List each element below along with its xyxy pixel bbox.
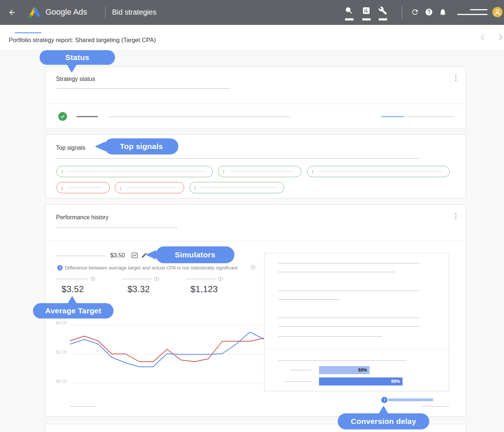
target-cpa-value: $3.50	[110, 252, 125, 259]
card-menu-kebab-icon[interactable]	[454, 212, 458, 220]
callout-average-target: Average Target	[33, 303, 114, 319]
metric-average-target: $3.52	[62, 284, 84, 294]
callout-conversion-delay: Conversion delay	[338, 413, 429, 429]
redacted-text-line	[278, 272, 396, 272]
redacted-status-text	[77, 116, 98, 117]
up-arrow-icon: ↑	[61, 169, 64, 174]
performance-line-chart	[70, 323, 264, 392]
card-section-divider	[46, 241, 466, 241]
redacted-text-line	[56, 227, 177, 228]
conversion-delay-slider-thumb[interactable]	[381, 397, 388, 403]
help-icon[interactable]	[425, 8, 433, 18]
google-ads-report-page: Google Ads Bid strategies	[0, 0, 504, 432]
redacted-text-line	[68, 187, 103, 188]
tools-button[interactable]	[378, 6, 387, 21]
strategy-status-card: Strategy status	[45, 67, 466, 129]
callout-pointer	[67, 64, 77, 73]
y-axis-tick-label: $4.00	[56, 320, 67, 325]
down-arrow-icon: ↓	[61, 185, 64, 190]
card-section-divider	[46, 104, 466, 104]
callout-simulators: Simulators	[156, 246, 234, 263]
signal-pill: ↑	[56, 166, 213, 177]
redacted-text-line	[278, 299, 340, 300]
signal-pill: ↓	[115, 182, 184, 193]
redacted-text-line	[318, 171, 442, 172]
redacted-text-line	[278, 263, 420, 264]
callout-status: Status	[40, 50, 115, 65]
card-menu-kebab-icon[interactable]	[454, 74, 458, 82]
callout-conversion-delay-label: Conversion delay	[351, 417, 416, 426]
google-ads-logo	[28, 6, 41, 20]
search-button[interactable]	[345, 6, 353, 21]
refresh-icon[interactable]	[411, 8, 419, 18]
strategy-status-title: Strategy status	[56, 76, 95, 82]
product-name: Google Ads	[45, 7, 87, 17]
account-avatar[interactable]	[492, 7, 503, 17]
up-arrow-icon: ↑	[311, 169, 314, 174]
redacted-axis-label	[70, 406, 97, 407]
redacted-text-line	[278, 360, 407, 361]
signal-pill: ↑	[307, 166, 450, 177]
panel-section-divider	[264, 349, 449, 349]
redacted-axis-label	[422, 406, 449, 407]
signal-pill: ↑	[218, 166, 301, 177]
conversion-delay-slider-track[interactable]	[388, 398, 433, 401]
significance-message: Difference between average target and ac…	[65, 265, 238, 271]
redacted-label-line	[379, 18, 387, 21]
reports-button[interactable]	[362, 6, 371, 21]
redacted-bar-label	[290, 370, 311, 370]
help-question-icon[interactable]: ?	[90, 276, 95, 281]
callout-top-signals-label: Top signals	[120, 142, 163, 151]
redacted-text-line	[278, 317, 420, 318]
callout-pointer	[67, 296, 77, 304]
info-icon: i	[57, 265, 63, 271]
redacted-text-line	[278, 326, 420, 327]
redacted-account-text	[457, 14, 488, 15]
top-app-bar: Google Ads Bid strategies	[0, 0, 504, 25]
signal-pill: ↓	[56, 182, 110, 193]
status-check-icon	[58, 112, 67, 121]
help-question-icon[interactable]: ?	[218, 276, 223, 281]
callout-pointer	[146, 250, 156, 260]
metric-actual-cpa: $3.32	[127, 284, 150, 294]
redacted-text-line	[278, 336, 382, 337]
help-question-icon[interactable]: ?	[154, 276, 159, 281]
simulator-preview-panel: 60% 99%	[264, 253, 449, 391]
notifications-bell-icon[interactable]	[439, 8, 447, 18]
previous-page-chevron-icon[interactable]	[480, 34, 486, 41]
report-header-bar: Portfolio strategy report: Shared target…	[0, 25, 504, 51]
redacted-text-line	[68, 171, 205, 172]
redacted-breadcrumb-link	[15, 32, 41, 33]
performance-history-title: Performance history	[56, 214, 108, 221]
redacted-text-line	[56, 256, 105, 256]
simulator-bar: 60%	[319, 366, 370, 374]
redacted-text-line	[201, 187, 277, 188]
report-title: Portfolio strategy report: Shared target…	[9, 37, 156, 44]
help-question-icon[interactable]: ?	[251, 265, 255, 270]
redacted-metric-label	[185, 279, 216, 279]
redacted-label-line	[345, 18, 353, 21]
down-arrow-icon: ↓	[119, 185, 122, 190]
redacted-link-text[interactable]	[381, 116, 404, 117]
topbar-page-title: Bid strategies	[112, 8, 156, 16]
callout-simulators-label: Simulators	[175, 250, 215, 259]
redacted-text-line	[56, 88, 229, 89]
redacted-text-line	[126, 187, 177, 188]
redacted-label-line	[362, 18, 371, 21]
bid-simulator-icon[interactable]	[131, 252, 138, 260]
redacted-bar-label	[285, 381, 311, 382]
redacted-metric-label	[56, 279, 88, 279]
redacted-account-text	[470, 9, 488, 10]
reports-chart-icon	[362, 6, 371, 16]
next-page-chevron-icon[interactable]	[497, 34, 503, 41]
topbar-divider	[105, 6, 105, 19]
bar-value-label: 60%	[358, 368, 367, 373]
simulator-bar: 99%	[319, 377, 403, 386]
y-axis-tick-label: $2.00	[56, 350, 67, 355]
back-arrow-icon[interactable]	[8, 8, 16, 18]
signal-pill: ↑	[189, 182, 284, 193]
up-arrow-icon: ↑	[222, 169, 225, 174]
redacted-metric-label	[121, 279, 152, 279]
redacted-text-line	[108, 116, 291, 117]
callout-status-label: Status	[65, 53, 89, 62]
